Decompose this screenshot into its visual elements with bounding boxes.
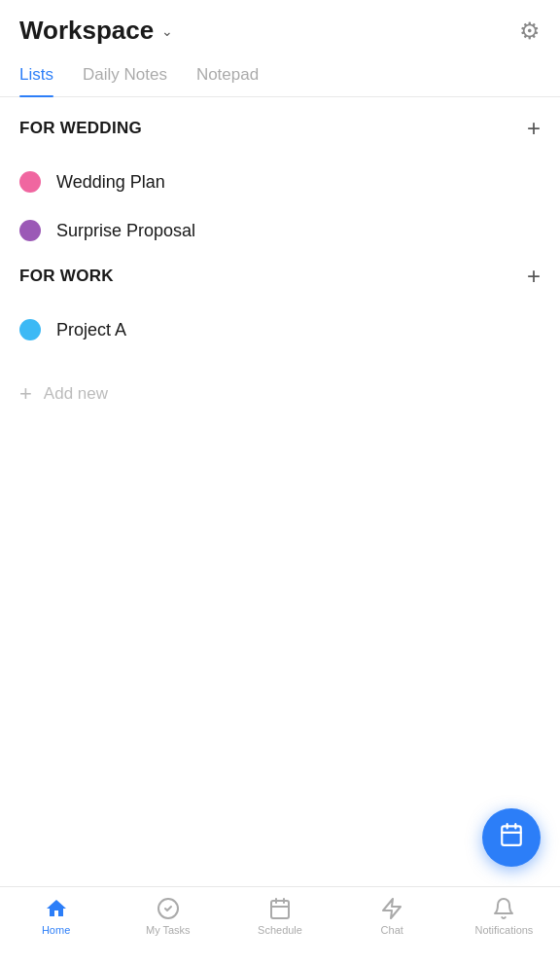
section-for-work-title: FOR WORK bbox=[19, 267, 114, 286]
svg-rect-0 bbox=[502, 826, 521, 845]
wedding-plan-dot bbox=[19, 171, 41, 193]
add-to-work-button[interactable]: + bbox=[527, 265, 541, 288]
wedding-plan-label: Wedding Plan bbox=[56, 172, 165, 193]
surprise-proposal-dot bbox=[19, 220, 41, 241]
project-a-dot bbox=[19, 319, 41, 340]
list-item-surprise-proposal[interactable]: Surprise Proposal bbox=[19, 206, 541, 255]
nav-home-label: Home bbox=[42, 924, 70, 936]
chevron-down-icon[interactable]: ⌄ bbox=[161, 23, 173, 39]
tab-notepad[interactable]: Notepad bbox=[196, 55, 259, 96]
add-new-button[interactable]: + Add new bbox=[19, 364, 541, 424]
bottom-nav: Home My Tasks Schedule Chat Notification… bbox=[0, 886, 560, 964]
nav-notifications-label: Notifications bbox=[474, 924, 533, 936]
nav-chat[interactable]: Chat bbox=[336, 897, 448, 936]
section-for-work: FOR WORK + Project A bbox=[19, 265, 541, 354]
fab-calendar-icon bbox=[499, 822, 524, 853]
content-area: FOR WEDDING + Wedding Plan Surprise Prop… bbox=[0, 97, 560, 925]
section-for-wedding: FOR WEDDING + Wedding Plan Surprise Prop… bbox=[19, 117, 541, 255]
tabs-bar: Lists Daily Notes Notepad bbox=[0, 55, 560, 97]
tasks-icon bbox=[157, 897, 180, 920]
add-new-icon: + bbox=[19, 381, 32, 407]
schedule-icon bbox=[268, 897, 292, 920]
nav-notifications[interactable]: Notifications bbox=[448, 897, 560, 936]
list-item-wedding-plan[interactable]: Wedding Plan bbox=[19, 158, 541, 206]
nav-schedule-label: Schedule bbox=[258, 924, 302, 936]
fab-button[interactable] bbox=[482, 808, 541, 867]
section-for-wedding-title: FOR WEDDING bbox=[19, 119, 142, 138]
nav-my-tasks-label: My Tasks bbox=[146, 924, 191, 936]
svg-marker-9 bbox=[383, 899, 401, 918]
nav-home[interactable]: Home bbox=[0, 897, 112, 936]
tab-daily-notes[interactable]: Daily Notes bbox=[83, 55, 167, 96]
tab-lists[interactable]: Lists bbox=[19, 55, 53, 96]
svg-rect-5 bbox=[271, 901, 289, 918]
chat-icon bbox=[380, 897, 403, 920]
section-for-work-header: FOR WORK + bbox=[19, 265, 541, 288]
project-a-label: Project A bbox=[56, 320, 126, 340]
header: Workspace ⌄ ⚙ bbox=[0, 0, 560, 55]
home-icon bbox=[45, 897, 68, 920]
section-for-wedding-header: FOR WEDDING + bbox=[19, 117, 541, 140]
nav-schedule[interactable]: Schedule bbox=[224, 897, 335, 936]
gear-icon[interactable]: ⚙ bbox=[519, 18, 541, 45]
add-to-wedding-button[interactable]: + bbox=[527, 117, 541, 140]
header-left: Workspace ⌄ bbox=[19, 16, 173, 46]
add-new-label: Add new bbox=[44, 384, 108, 404]
nav-my-tasks[interactable]: My Tasks bbox=[112, 897, 224, 936]
workspace-title: Workspace bbox=[19, 16, 154, 46]
list-item-project-a[interactable]: Project A bbox=[19, 305, 541, 354]
surprise-proposal-label: Surprise Proposal bbox=[56, 221, 195, 241]
nav-chat-label: Chat bbox=[381, 924, 403, 936]
notifications-icon bbox=[492, 897, 515, 920]
